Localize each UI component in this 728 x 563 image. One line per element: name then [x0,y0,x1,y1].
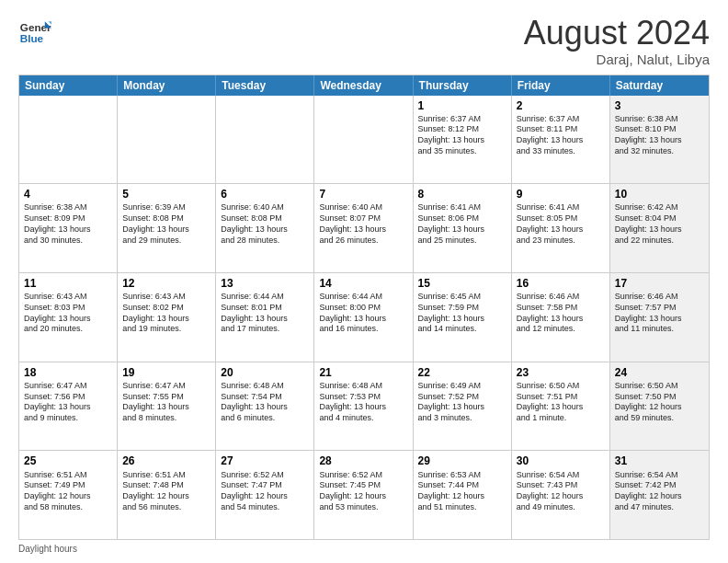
day-info: Sunrise: 6:46 AM Sunset: 7:57 PM Dayligh… [615,292,704,335]
day-info: Sunrise: 6:37 AM Sunset: 8:11 PM Dayligh… [517,114,605,157]
header-day-monday: Monday [118,75,216,96]
logo-icon: General Blue [18,15,51,48]
day-cell-12: 12Sunrise: 6:43 AM Sunset: 8:02 PM Dayli… [118,273,216,362]
day-cell-16: 16Sunrise: 6:46 AM Sunset: 7:58 PM Dayli… [512,273,610,362]
day-info: Sunrise: 6:46 AM Sunset: 7:58 PM Dayligh… [517,292,605,335]
day-info: Sunrise: 6:41 AM Sunset: 8:05 PM Dayligh… [517,202,605,246]
day-number: 27 [221,454,309,468]
day-info: Sunrise: 6:40 AM Sunset: 8:07 PM Dayligh… [319,202,407,246]
logo: General Blue [18,15,51,48]
day-cell-3: 3Sunrise: 6:38 AM Sunset: 8:10 PM Daylig… [610,96,709,184]
day-cell-8: 8Sunrise: 6:41 AM Sunset: 8:06 PM Daylig… [414,184,512,272]
day-cell-25: 25Sunrise: 6:51 AM Sunset: 7:49 PM Dayli… [19,451,118,539]
empty-cell [216,96,314,184]
day-info: Sunrise: 6:44 AM Sunset: 8:00 PM Dayligh… [319,292,407,335]
day-cell-10: 10Sunrise: 6:42 AM Sunset: 8:04 PM Dayli… [610,184,709,272]
day-cell-18: 18Sunrise: 6:47 AM Sunset: 7:56 PM Dayli… [19,362,118,451]
calendar: SundayMondayTuesdayWednesdayThursdayFrid… [18,75,710,540]
day-number: 13 [221,276,309,291]
day-number: 30 [517,454,605,468]
calendar-week-5: 25Sunrise: 6:51 AM Sunset: 7:49 PM Dayli… [19,450,709,539]
day-number: 1 [418,98,506,113]
day-number: 15 [418,276,506,291]
header-day-wednesday: Wednesday [314,75,413,96]
day-number: 3 [615,98,704,113]
day-number: 22 [418,365,506,380]
day-number: 26 [122,454,210,468]
day-info: Sunrise: 6:50 AM Sunset: 7:51 PM Dayligh… [517,381,605,424]
day-number: 9 [517,187,605,201]
svg-text:Blue: Blue [20,32,44,44]
day-cell-23: 23Sunrise: 6:50 AM Sunset: 7:51 PM Dayli… [512,362,610,451]
header-day-saturday: Saturday [610,75,709,96]
daylight-label: Daylight hours [18,544,77,554]
day-cell-21: 21Sunrise: 6:48 AM Sunset: 7:53 PM Dayli… [314,362,413,451]
header-day-thursday: Thursday [414,75,512,96]
day-number: 5 [122,187,210,201]
day-cell-17: 17Sunrise: 6:46 AM Sunset: 7:57 PM Dayli… [610,273,709,362]
day-info: Sunrise: 6:51 AM Sunset: 7:49 PM Dayligh… [24,470,112,513]
day-cell-1: 1Sunrise: 6:37 AM Sunset: 8:12 PM Daylig… [414,96,512,184]
day-cell-31: 31Sunrise: 6:54 AM Sunset: 7:42 PM Dayli… [610,451,709,539]
day-cell-19: 19Sunrise: 6:47 AM Sunset: 7:55 PM Dayli… [118,362,216,451]
day-number: 19 [122,365,210,380]
day-info: Sunrise: 6:41 AM Sunset: 8:06 PM Dayligh… [418,202,506,246]
day-info: Sunrise: 6:38 AM Sunset: 8:10 PM Dayligh… [615,114,704,157]
day-info: Sunrise: 6:50 AM Sunset: 7:50 PM Dayligh… [615,381,704,424]
empty-cell [19,96,118,184]
footer-note: Daylight hours [18,544,710,554]
day-info: Sunrise: 6:43 AM Sunset: 8:02 PM Dayligh… [122,292,210,335]
day-cell-5: 5Sunrise: 6:39 AM Sunset: 8:08 PM Daylig… [118,184,216,272]
day-number: 12 [122,276,210,291]
day-number: 10 [615,187,704,201]
empty-cell [118,96,216,184]
day-info: Sunrise: 6:43 AM Sunset: 8:03 PM Dayligh… [24,292,112,335]
location: Daraj, Nalut, Libya [524,52,710,67]
day-cell-4: 4Sunrise: 6:38 AM Sunset: 8:09 PM Daylig… [19,184,118,272]
day-cell-22: 22Sunrise: 6:49 AM Sunset: 7:52 PM Dayli… [414,362,512,451]
day-cell-2: 2Sunrise: 6:37 AM Sunset: 8:11 PM Daylig… [512,96,610,184]
day-number: 25 [24,454,112,468]
day-info: Sunrise: 6:47 AM Sunset: 7:55 PM Dayligh… [122,381,210,424]
day-info: Sunrise: 6:42 AM Sunset: 8:04 PM Dayligh… [615,202,704,246]
day-number: 23 [517,365,605,380]
day-info: Sunrise: 6:49 AM Sunset: 7:52 PM Dayligh… [418,381,506,424]
header-day-tuesday: Tuesday [216,75,314,96]
day-number: 14 [319,276,407,291]
day-number: 4 [24,187,112,201]
day-cell-7: 7Sunrise: 6:40 AM Sunset: 8:07 PM Daylig… [314,184,413,272]
calendar-body: 1Sunrise: 6:37 AM Sunset: 8:12 PM Daylig… [19,96,709,539]
day-cell-30: 30Sunrise: 6:54 AM Sunset: 7:43 PM Dayli… [512,451,610,539]
day-cell-20: 20Sunrise: 6:48 AM Sunset: 7:54 PM Dayli… [216,362,314,451]
day-cell-15: 15Sunrise: 6:45 AM Sunset: 7:59 PM Dayli… [414,273,512,362]
day-number: 21 [319,365,407,380]
calendar-week-3: 11Sunrise: 6:43 AM Sunset: 8:03 PM Dayli… [19,272,709,362]
header-day-sunday: Sunday [19,75,118,96]
day-info: Sunrise: 6:38 AM Sunset: 8:09 PM Dayligh… [24,202,112,246]
day-info: Sunrise: 6:54 AM Sunset: 7:42 PM Dayligh… [615,470,704,513]
calendar-week-2: 4Sunrise: 6:38 AM Sunset: 8:09 PM Daylig… [19,183,709,272]
day-cell-28: 28Sunrise: 6:52 AM Sunset: 7:45 PM Dayli… [314,451,413,539]
day-cell-27: 27Sunrise: 6:52 AM Sunset: 7:47 PM Dayli… [216,451,314,539]
empty-cell [314,96,413,184]
day-number: 28 [319,454,407,468]
page: General Blue August 2024 Daraj, Nalut, L… [0,0,728,563]
day-cell-11: 11Sunrise: 6:43 AM Sunset: 8:03 PM Dayli… [19,273,118,362]
day-info: Sunrise: 6:37 AM Sunset: 8:12 PM Dayligh… [418,114,506,157]
day-info: Sunrise: 6:47 AM Sunset: 7:56 PM Dayligh… [24,381,112,424]
day-cell-6: 6Sunrise: 6:40 AM Sunset: 8:08 PM Daylig… [216,184,314,272]
calendar-week-1: 1Sunrise: 6:37 AM Sunset: 8:12 PM Daylig… [19,96,709,184]
day-number: 8 [418,187,506,201]
day-number: 2 [517,98,605,113]
day-number: 7 [319,187,407,201]
day-number: 16 [517,276,605,291]
day-number: 20 [221,365,309,380]
day-cell-24: 24Sunrise: 6:50 AM Sunset: 7:50 PM Dayli… [610,362,709,451]
month-title: August 2024 [524,15,710,52]
day-info: Sunrise: 6:40 AM Sunset: 8:08 PM Dayligh… [221,202,309,246]
calendar-week-4: 18Sunrise: 6:47 AM Sunset: 7:56 PM Dayli… [19,362,709,451]
day-info: Sunrise: 6:44 AM Sunset: 8:01 PM Dayligh… [221,292,309,335]
day-number: 17 [615,276,704,291]
day-info: Sunrise: 6:53 AM Sunset: 7:44 PM Dayligh… [418,470,506,513]
title-block: August 2024 Daraj, Nalut, Libya [524,15,710,67]
